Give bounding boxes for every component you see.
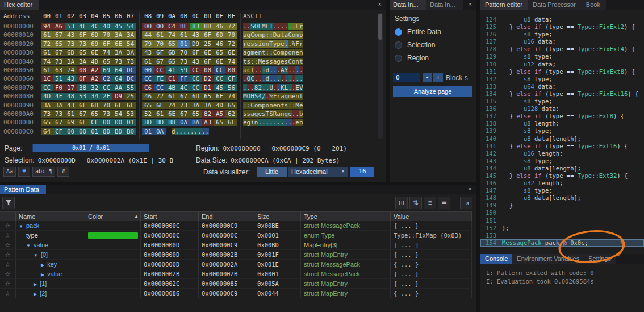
ascii-char[interactable]: n [254, 119, 258, 126]
ascii-char[interactable]: O [247, 93, 251, 100]
hex-byte[interactable]: 73 [112, 58, 124, 65]
hex-byte[interactable]: CC [142, 75, 154, 82]
ascii-char[interactable]: m [258, 102, 262, 109]
radio-option-entire-data[interactable]: Entire Data [395, 27, 441, 36]
code-line[interactable]: 137 } else if (type == Type::Ext8) { [480, 113, 644, 120]
ascii-char[interactable]: e [295, 119, 299, 126]
ascii-char[interactable]: R [273, 110, 277, 118]
ascii-char[interactable]: e [273, 102, 277, 109]
column-header-name[interactable]: Name [16, 212, 85, 221]
ascii-char[interactable]: . [285, 40, 288, 48]
ascii-char[interactable]: . [299, 66, 303, 74]
hex-scrollbar-handle[interactable] [378, 14, 382, 40]
ascii-char[interactable]: i [258, 40, 262, 48]
block-size-input[interactable]: 0 [393, 73, 420, 82]
hex-byte[interactable]: CC [214, 75, 225, 82]
hex-byte[interactable]: D2 [202, 75, 214, 82]
ascii-char[interactable]: Q [247, 75, 251, 82]
ascii-char[interactable]: t [250, 66, 254, 74]
hex-byte[interactable]: A6 [53, 23, 65, 30]
hex-byte[interactable]: 3A [190, 102, 202, 109]
ascii-char[interactable]: . [281, 119, 285, 126]
ascii-char[interactable]: . [295, 110, 299, 118]
hex-byte[interactable]: 67 [154, 58, 166, 65]
ascii-char[interactable]: . [243, 84, 247, 91]
hex-byte[interactable]: C2 [101, 75, 112, 82]
ascii-char[interactable]: e [292, 93, 296, 100]
ascii-char[interactable]: . [258, 75, 262, 82]
hex-byte[interactable]: 6D [214, 31, 225, 39]
hex-byte[interactable]: 73 [178, 58, 190, 65]
ascii-char[interactable]: t [281, 31, 285, 39]
pattern-data-row[interactable]: ☆▶key0x0000000D0x0000002A0x001Estruct Me… [0, 260, 472, 269]
pattern-data-title-tab[interactable]: Pattern Data [0, 185, 46, 194]
hex-byte[interactable]: 65 [225, 102, 237, 109]
ascii-char[interactable]: n [258, 49, 262, 56]
ascii-char[interactable]: . [277, 84, 281, 91]
ascii-char[interactable]: s [262, 110, 266, 118]
hex-byte[interactable]: 74 [101, 49, 112, 56]
ascii-char[interactable]: : [266, 49, 270, 56]
code-line[interactable]: 149 } [480, 202, 644, 209]
ascii-column-toggle[interactable]: abc ¶ [32, 167, 55, 177]
hex-byte[interactable]: 4D [41, 93, 53, 100]
ascii-char[interactable]: o [288, 49, 292, 56]
ascii-char[interactable]: . [292, 66, 296, 74]
hex-byte[interactable]: 4D [89, 58, 101, 65]
ascii-char[interactable]: o [254, 102, 258, 109]
ascii-char[interactable]: . [190, 128, 194, 135]
radio-circle-icon[interactable] [395, 55, 402, 62]
ascii-char[interactable]: o [292, 31, 296, 39]
ascii-char[interactable]: a [281, 93, 285, 100]
code-line[interactable]: 124 u8 data; [480, 16, 644, 23]
expand-arrow-icon[interactable]: ▶ [34, 292, 37, 297]
hex-scrollbar[interactable] [378, 13, 383, 139]
ascii-char[interactable]: . [299, 75, 303, 82]
collapse-arrow-icon[interactable]: ▼ [34, 253, 38, 258]
hex-byte[interactable]: 6D [89, 31, 101, 39]
hex-byte[interactable]: 6E [225, 49, 237, 56]
hex-byte[interactable]: 74 [166, 102, 178, 109]
ascii-char[interactable]: . [262, 75, 266, 82]
ascii-char[interactable]: . [247, 84, 251, 91]
ascii-char[interactable]: . [269, 119, 273, 126]
expand-arrow-icon[interactable]: ▶ [41, 263, 44, 268]
tab-data-processor[interactable]: Data Processor [528, 0, 582, 10]
ascii-char[interactable]: S [269, 110, 273, 118]
ascii-char[interactable]: . [198, 128, 202, 135]
pattern-name-cell[interactable]: ▼[0] [16, 250, 85, 259]
ascii-char[interactable]: . [281, 23, 285, 30]
column-header-size[interactable]: Size [254, 212, 301, 221]
hex-byte[interactable]: 46 [214, 40, 225, 48]
ascii-char[interactable]: s [285, 58, 288, 65]
hex-byte[interactable]: 4F [53, 93, 65, 100]
hex-byte[interactable]: 25 [124, 93, 136, 100]
ascii-char[interactable]: e [288, 110, 292, 118]
ascii-char[interactable]: C [273, 49, 277, 56]
pattern-name-cell[interactable]: ▶value [16, 269, 85, 278]
tab-console[interactable]: Console [480, 254, 512, 264]
column-header-color[interactable]: Color▲ [85, 212, 141, 221]
ascii-char[interactable]: a [243, 31, 247, 39]
ascii-char[interactable]: F [295, 40, 299, 48]
endianness-button[interactable]: Little [257, 167, 287, 177]
hex-byte[interactable]: 74 [166, 31, 178, 39]
ascii-char[interactable]: . [273, 75, 277, 82]
expand-arrow-icon[interactable]: ▶ [41, 272, 44, 277]
ascii-char[interactable]: Y [285, 66, 288, 74]
hex-byte[interactable]: 61 [65, 110, 77, 118]
ascii-char[interactable]: e [281, 58, 285, 65]
ascii-char[interactable]: . [295, 75, 299, 82]
radio-option-region[interactable]: Region [395, 53, 429, 63]
pattern-name-cell[interactable]: type [16, 231, 85, 240]
code-line[interactable]: 153 [480, 232, 644, 239]
code-line[interactable]: 129 s8 type; [480, 53, 644, 60]
code-line[interactable]: 133 u64 data; [480, 83, 644, 90]
pattern-data-close-icon[interactable]: × [465, 185, 476, 194]
ascii-char[interactable]: g [247, 119, 251, 126]
ascii-char[interactable]: : [243, 102, 247, 109]
hex-byte[interactable]: F0 [53, 84, 65, 91]
hex-editor-close-icon[interactable]: × [374, 0, 386, 10]
ascii-char[interactable]: y [273, 40, 277, 48]
ascii-char[interactable]: s [247, 58, 251, 65]
